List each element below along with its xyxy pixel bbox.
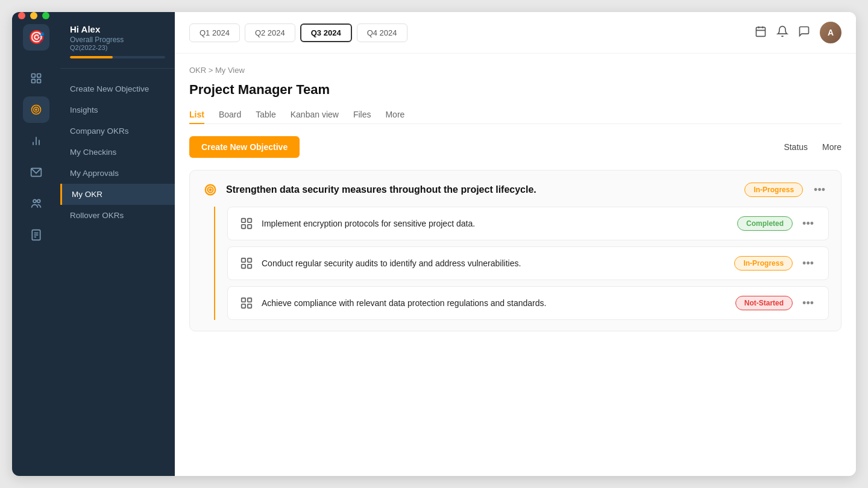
kr-status-badge-1: Completed xyxy=(737,216,793,231)
topbar-icons: A xyxy=(755,22,841,43)
svg-rect-33 xyxy=(248,298,251,302)
sidebar-item-insights[interactable]: Insights xyxy=(60,99,175,120)
svg-rect-28 xyxy=(242,258,245,262)
tab-kanban[interactable]: Kanban view xyxy=(291,106,339,124)
nav-items: Create New Objective Insights Company OK… xyxy=(60,69,175,236)
kr-icon-1 xyxy=(239,216,254,231)
sidebar-item-my-checkins[interactable]: My Checkins xyxy=(60,142,175,163)
objective-left: Strengthen data security measures throug… xyxy=(202,181,536,198)
main-content: Q1 2024 Q2 2024 Q3 2024 Q4 2024 xyxy=(175,12,856,476)
svg-rect-30 xyxy=(242,264,245,268)
kr-status-badge-2: In-Progress xyxy=(734,256,793,271)
kr-item-3: Achieve compliance with relevant data pr… xyxy=(227,286,829,320)
svg-rect-3 xyxy=(37,80,41,83)
tab-table[interactable]: Table xyxy=(256,106,275,124)
quarter-tab-q4[interactable]: Q4 2024 xyxy=(357,23,407,42)
quarter-tab-q2[interactable]: Q2 2024 xyxy=(245,23,295,42)
user-section: Hi Alex Overall Progress Q2(2022-23) xyxy=(60,12,175,69)
page-body: OKR > My View Project Manager Team List … xyxy=(175,54,856,476)
kr-left-1: Implement encryption protocols for sensi… xyxy=(239,216,475,231)
nav-icon-mail[interactable] xyxy=(23,159,49,186)
svg-rect-0 xyxy=(32,74,36,78)
objective-header: Strengthen data security measures throug… xyxy=(202,181,829,198)
user-greeting: Hi Alex xyxy=(70,24,165,34)
objective-card: Strengthen data security measures throug… xyxy=(189,170,841,331)
kr-right-2: In-Progress ••• xyxy=(734,256,817,271)
traffic-light-yellow[interactable] xyxy=(30,12,37,19)
page-title: Project Manager Team xyxy=(189,82,841,98)
svg-rect-31 xyxy=(248,264,251,268)
kr-more-button-2[interactable]: ••• xyxy=(799,256,817,271)
kr-right-1: Completed ••• xyxy=(737,216,817,231)
view-tabs: List Board Table Kanban view Files More xyxy=(189,106,841,124)
kr-more-button-3[interactable]: ••• xyxy=(799,296,817,311)
create-objective-button[interactable]: Create New Objective xyxy=(189,136,300,158)
sidebar-item-rollover-okrs[interactable]: Rollover OKRs xyxy=(60,205,175,226)
svg-rect-25 xyxy=(248,219,251,222)
objective-more-button[interactable]: ••• xyxy=(810,183,829,198)
tab-more[interactable]: More xyxy=(385,106,404,124)
svg-point-5 xyxy=(34,107,39,112)
tab-files[interactable]: Files xyxy=(353,106,371,124)
kr-item-1: Implement encryption protocols for sensi… xyxy=(227,207,829,240)
kr-title-3: Achieve compliance with relevant data pr… xyxy=(262,298,546,308)
tab-list[interactable]: List xyxy=(189,106,204,124)
nav-icon-home[interactable] xyxy=(23,65,49,92)
kr-status-badge-3: Not-Started xyxy=(735,296,793,310)
svg-point-4 xyxy=(32,105,41,114)
user-period: Q2(2022-23) xyxy=(70,44,165,51)
svg-rect-26 xyxy=(242,225,245,228)
svg-rect-24 xyxy=(242,219,245,222)
progress-bar-fill xyxy=(70,56,113,58)
kr-left-2: Conduct regular security audits to ident… xyxy=(239,255,521,271)
objective-status-badge: In-Progress xyxy=(744,183,803,197)
kr-icon-3 xyxy=(239,295,254,311)
calendar-icon[interactable] xyxy=(755,25,767,40)
traffic-light-green[interactable] xyxy=(42,12,49,19)
svg-rect-1 xyxy=(37,74,41,78)
nav-icon-okr[interactable] xyxy=(23,96,49,123)
progress-bar xyxy=(70,56,165,58)
kr-title-1: Implement encryption protocols for sensi… xyxy=(262,219,475,228)
sidebar-item-company-okrs[interactable]: Company OKRs xyxy=(60,120,175,142)
toolbar-more-label[interactable]: More xyxy=(822,142,841,152)
kr-icon-2 xyxy=(239,255,254,271)
svg-rect-29 xyxy=(248,258,251,262)
kr-right-3: Not-Started ••• xyxy=(735,296,817,311)
toolbar-right: Status More xyxy=(784,142,841,152)
objective-icon xyxy=(202,181,219,198)
toolbar-row: Create New Objective Status More xyxy=(189,136,841,158)
key-results-list: Implement encryption protocols for sensi… xyxy=(214,207,829,320)
kr-more-button-1[interactable]: ••• xyxy=(799,216,817,231)
quarter-tabs: Q1 2024 Q2 2024 Q3 2024 Q4 2024 xyxy=(189,23,407,42)
breadcrumb: OKR > My View xyxy=(189,66,841,75)
nav-sidebar: Hi Alex Overall Progress Q2(2022-23) Cre… xyxy=(60,12,175,476)
sidebar-item-my-approvals[interactable]: My Approvals xyxy=(60,163,175,184)
quarter-tab-q3[interactable]: Q3 2024 xyxy=(300,23,352,42)
app-window: 🎯 xyxy=(12,12,856,476)
overall-progress-label: Overall Progress xyxy=(70,36,165,44)
avatar[interactable]: A xyxy=(820,22,841,43)
traffic-light-red[interactable] xyxy=(18,12,25,19)
sidebar-item-create-objective[interactable]: Create New Objective xyxy=(60,78,175,99)
svg-point-12 xyxy=(37,199,40,202)
chat-icon[interactable] xyxy=(798,25,810,40)
nav-icon-chart[interactable] xyxy=(23,128,49,154)
bell-icon[interactable] xyxy=(776,25,788,40)
sidebar-item-my-okr[interactable]: My OKR xyxy=(60,184,175,205)
topbar: Q1 2024 Q2 2024 Q3 2024 Q4 2024 xyxy=(175,12,856,54)
app-logo: 🎯 xyxy=(23,24,49,51)
svg-point-23 xyxy=(210,189,212,191)
nav-icon-users[interactable] xyxy=(23,190,49,217)
svg-rect-17 xyxy=(756,27,766,36)
svg-rect-32 xyxy=(242,298,245,302)
tab-board[interactable]: Board xyxy=(219,106,241,124)
svg-point-6 xyxy=(36,109,37,111)
quarter-tab-q1[interactable]: Q1 2024 xyxy=(189,23,240,42)
nav-icon-report[interactable] xyxy=(23,222,49,248)
kr-title-2: Conduct regular security audits to ident… xyxy=(262,258,521,268)
kr-left-3: Achieve compliance with relevant data pr… xyxy=(239,295,546,311)
svg-rect-34 xyxy=(242,304,245,308)
icon-sidebar: 🎯 xyxy=(12,12,60,476)
avatar-initials: A xyxy=(820,22,841,43)
